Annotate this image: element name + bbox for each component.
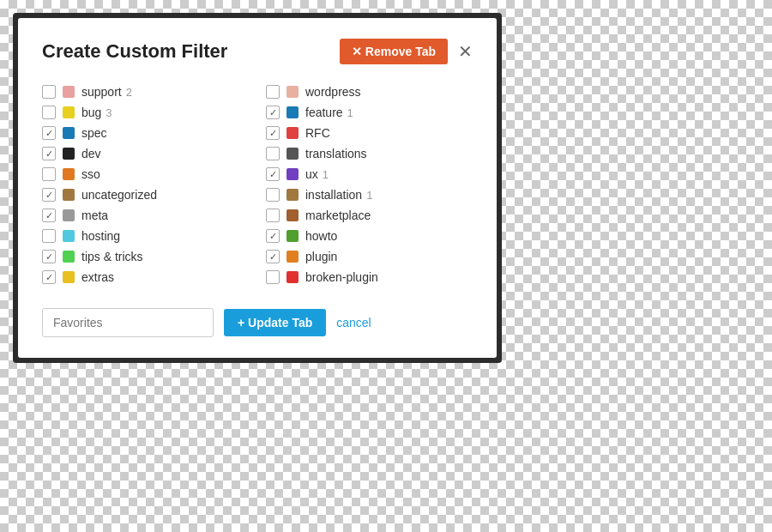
close-button[interactable]: ✕ xyxy=(458,43,473,60)
checkbox-hosting[interactable] xyxy=(42,229,56,243)
category-label-meta: meta xyxy=(81,209,108,222)
color-swatch-ux xyxy=(286,168,299,180)
category-label-installation: installation1 xyxy=(305,188,372,202)
category-item-plugin: plugin xyxy=(266,246,473,267)
category-label-dev: dev xyxy=(81,147,101,160)
category-item-feature: feature1 xyxy=(266,102,473,123)
checkbox-installation[interactable] xyxy=(266,188,280,202)
color-swatch-marketplace xyxy=(286,209,299,221)
category-item-meta: meta xyxy=(42,205,249,226)
category-label-sso: sso xyxy=(81,167,100,181)
color-swatch-rfc xyxy=(286,127,299,139)
category-label-support: support2 xyxy=(81,85,132,99)
category-label-ux: ux1 xyxy=(305,167,329,181)
color-swatch-wordpress xyxy=(286,86,299,98)
color-swatch-howto xyxy=(286,230,299,242)
checkbox-support[interactable] xyxy=(42,85,56,99)
categories-right: wordpressfeature1RFCtranslationsux1insta… xyxy=(266,82,473,287)
category-item-translations: translations xyxy=(266,143,473,164)
category-item-sso: sso xyxy=(42,164,249,184)
category-item-ux: ux1 xyxy=(266,164,473,184)
checkbox-broken-plugin[interactable] xyxy=(266,270,280,284)
modal-footer: + Update Tab cancel xyxy=(42,308,473,337)
category-label-spec: spec xyxy=(81,126,107,140)
category-item-hosting: hosting xyxy=(42,226,249,246)
category-count-ux: 1 xyxy=(323,168,329,181)
category-item-spec: spec xyxy=(42,123,249,143)
checkbox-plugin[interactable] xyxy=(266,250,280,263)
update-tab-button[interactable]: + Update Tab xyxy=(224,309,326,336)
category-item-howto: howto xyxy=(266,226,473,246)
color-swatch-dev xyxy=(63,148,75,160)
category-label-extras: extras xyxy=(81,270,114,284)
category-label-hosting: hosting xyxy=(81,229,120,243)
color-swatch-uncategorized xyxy=(63,189,75,201)
category-count-feature: 1 xyxy=(347,106,353,119)
category-count-support: 2 xyxy=(126,86,132,99)
color-swatch-sso xyxy=(63,168,75,180)
category-label-feature: feature1 xyxy=(305,106,353,119)
category-label-howto: howto xyxy=(305,229,337,243)
color-swatch-hosting xyxy=(63,230,75,242)
category-item-uncategorized: uncategorized xyxy=(42,184,249,205)
modal-overlay: Create Custom Filter ✕ Remove Tab ✕ supp… xyxy=(13,13,502,363)
category-count-installation: 1 xyxy=(366,189,372,202)
color-swatch-broken-plugin xyxy=(286,271,299,283)
checkbox-meta[interactable] xyxy=(42,209,56,222)
category-label-rfc: RFC xyxy=(305,126,330,140)
categories-grid: support2bug3specdevssouncategorizedmetah… xyxy=(42,82,473,287)
category-label-broken-plugin: broken-plugin xyxy=(305,270,378,284)
checkbox-rfc[interactable] xyxy=(266,126,280,140)
modal-dialog: Create Custom Filter ✕ Remove Tab ✕ supp… xyxy=(18,18,497,358)
category-item-tips-tricks: tips & tricks xyxy=(42,246,249,267)
checkbox-ux[interactable] xyxy=(266,167,280,181)
category-label-marketplace: marketplace xyxy=(305,209,371,222)
checkbox-tips-tricks[interactable] xyxy=(42,250,56,263)
category-item-broken-plugin: broken-plugin xyxy=(266,267,473,287)
color-swatch-support xyxy=(63,86,75,98)
color-swatch-extras xyxy=(63,271,75,283)
color-swatch-bug xyxy=(63,106,75,118)
color-swatch-spec xyxy=(63,127,75,139)
tab-name-input[interactable] xyxy=(42,308,214,337)
header-actions: ✕ Remove Tab ✕ xyxy=(340,39,473,64)
color-swatch-meta xyxy=(63,209,75,221)
color-swatch-installation xyxy=(286,189,299,201)
checkbox-spec[interactable] xyxy=(42,126,56,140)
category-item-dev: dev xyxy=(42,143,249,164)
color-swatch-plugin xyxy=(286,251,299,263)
category-label-bug: bug3 xyxy=(81,106,112,119)
categories-left: support2bug3specdevssouncategorizedmetah… xyxy=(42,82,249,287)
checkbox-wordpress[interactable] xyxy=(266,85,280,99)
modal-title: Create Custom Filter xyxy=(42,40,227,63)
category-item-wordpress: wordpress xyxy=(266,82,473,102)
category-item-rfc: RFC xyxy=(266,123,473,143)
checkbox-dev[interactable] xyxy=(42,147,56,160)
category-item-bug: bug3 xyxy=(42,102,249,123)
category-label-tips-tricks: tips & tricks xyxy=(81,250,143,263)
color-swatch-tips-tricks xyxy=(63,251,75,263)
checkbox-translations[interactable] xyxy=(266,147,280,160)
modal-header: Create Custom Filter ✕ Remove Tab ✕ xyxy=(42,39,473,64)
checkbox-sso[interactable] xyxy=(42,167,56,181)
cancel-link[interactable]: cancel xyxy=(336,316,371,329)
category-item-marketplace: marketplace xyxy=(266,205,473,226)
category-item-extras: extras xyxy=(42,267,249,287)
category-label-plugin: plugin xyxy=(305,250,337,263)
checkbox-extras[interactable] xyxy=(42,270,56,284)
checkbox-howto[interactable] xyxy=(266,229,280,243)
remove-tab-button[interactable]: ✕ Remove Tab xyxy=(340,39,448,64)
color-swatch-feature xyxy=(286,106,299,118)
category-label-translations: translations xyxy=(305,147,367,160)
category-count-bug: 3 xyxy=(106,106,112,119)
checkbox-uncategorized[interactable] xyxy=(42,188,56,202)
checkbox-bug[interactable] xyxy=(42,106,56,119)
category-item-support: support2 xyxy=(42,82,249,102)
checkbox-marketplace[interactable] xyxy=(266,209,280,222)
category-label-uncategorized: uncategorized xyxy=(81,188,157,202)
category-item-installation: installation1 xyxy=(266,184,473,205)
checkbox-feature[interactable] xyxy=(266,106,280,119)
category-label-wordpress: wordpress xyxy=(305,85,361,99)
color-swatch-translations xyxy=(286,148,299,160)
